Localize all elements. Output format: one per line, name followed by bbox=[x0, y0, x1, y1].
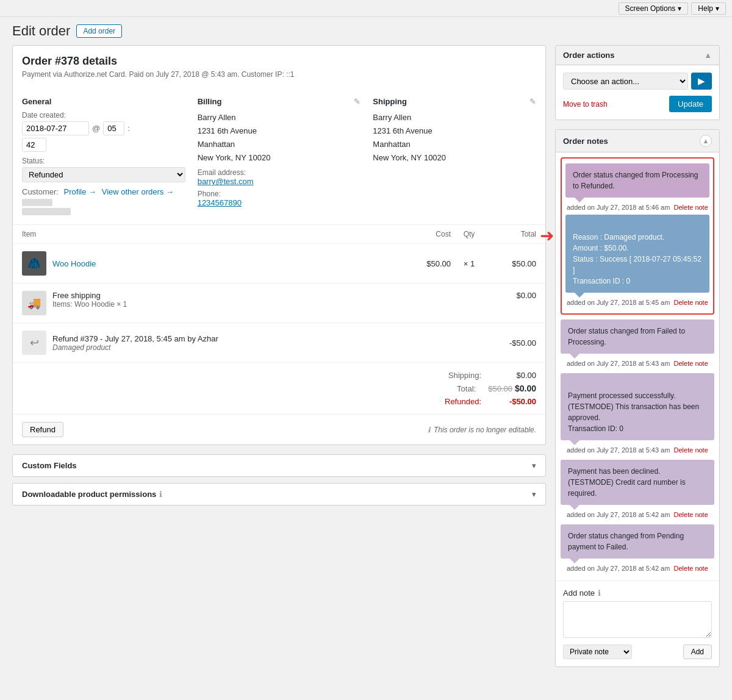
custom-fields-label: Custom Fields bbox=[22, 461, 77, 470]
custom-fields-panel: Custom Fields ▾ bbox=[12, 454, 546, 477]
order-notes-title: Order notes bbox=[563, 137, 608, 146]
order-notes-panel: Order notes ▲ ➜ Order status changed fro… bbox=[555, 129, 720, 667]
item-name-link[interactable]: Woo Hoodie bbox=[52, 259, 96, 268]
add-note-textarea[interactable] bbox=[563, 601, 712, 638]
status-select[interactable]: Refunded bbox=[22, 167, 185, 182]
col-item-header: Item bbox=[22, 230, 402, 238]
shipping-total: $0.00 bbox=[487, 291, 536, 300]
refund-amount: -$50.00 bbox=[487, 338, 536, 348]
shipping-total-label: Shipping: bbox=[448, 371, 481, 380]
note-2-meta: added on July 27, 2018 at 5:45 am bbox=[567, 299, 670, 306]
help-label: Help bbox=[698, 4, 713, 13]
note-6-text: Order status changed from Pending paymen… bbox=[568, 532, 684, 551]
screen-options-button[interactable]: Screen Options ▾ bbox=[619, 2, 689, 15]
hour-input[interactable] bbox=[103, 121, 124, 135]
shipping-edit-icon[interactable]: ✎ bbox=[529, 97, 536, 106]
note-3-text: Order status changed from Failed to Proc… bbox=[568, 327, 685, 346]
refund-button[interactable]: Refund bbox=[22, 422, 63, 437]
note-2-text: Reason : Damaged product. Amount : $50.0… bbox=[573, 233, 702, 285]
add-note-section: Add note ℹ Private note Customer note Ad… bbox=[556, 580, 719, 666]
page-title: Edit order bbox=[12, 23, 70, 39]
profile-link[interactable]: Profile bbox=[64, 187, 87, 196]
billing-address: Barry Allen 1231 6th Avenue Manhattan Ne… bbox=[198, 111, 361, 165]
move-to-trash-link[interactable]: Move to trash bbox=[563, 100, 608, 109]
total-value: $50.00$0.00 bbox=[488, 384, 536, 393]
note-5-delete[interactable]: Delete note bbox=[674, 511, 708, 518]
total-actual: $0.00 bbox=[515, 384, 536, 393]
order-actions-header: Order actions ▲ bbox=[556, 46, 719, 65]
item-thumbnail: 🧥 bbox=[22, 251, 46, 276]
order-notes-toggle[interactable]: ▲ bbox=[700, 135, 712, 147]
item-cost: $50.00 bbox=[402, 259, 451, 268]
not-editable-notice: ℹ This order is no longer editable. bbox=[428, 426, 536, 434]
note-1-delete[interactable]: Delete note bbox=[674, 204, 708, 211]
help-button[interactable]: Help ▾ bbox=[691, 2, 726, 15]
customer-avatar2 bbox=[22, 208, 71, 215]
note-1-meta: added on July 27, 2018 at 5:46 am bbox=[567, 204, 670, 211]
refunded-label: Refunded: bbox=[445, 397, 481, 406]
col-cost-header: Cost bbox=[402, 230, 451, 238]
add-note-label: Add note bbox=[563, 588, 595, 598]
phone-label: Phone: bbox=[198, 190, 361, 198]
order-title: Order #378 details bbox=[22, 55, 536, 68]
help-arrow: ▾ bbox=[716, 4, 719, 13]
note-3: Order status changed from Failed to Proc… bbox=[561, 320, 714, 370]
actions-row: Refund ℹ This order is no longer editabl… bbox=[13, 414, 545, 445]
downloadable-header[interactable]: Downloadable product permissions ℹ ▾ bbox=[13, 484, 545, 505]
note-6-delete[interactable]: Delete note bbox=[674, 565, 708, 572]
update-button[interactable]: Update bbox=[669, 96, 712, 112]
screen-options-label: Screen Options bbox=[625, 4, 676, 13]
custom-fields-header[interactable]: Custom Fields ▾ bbox=[13, 455, 545, 476]
note-1: Order status changed from Processing to … bbox=[565, 163, 709, 215]
billing-section: Billing ✎ Barry Allen 1231 6th Avenue Ma… bbox=[198, 97, 361, 215]
at-symbol: @ bbox=[92, 124, 100, 133]
date-input[interactable] bbox=[22, 121, 89, 135]
refunded-value: -$50.00 bbox=[493, 397, 536, 406]
billing-email-link[interactable]: barry@test.com bbox=[198, 177, 254, 186]
screen-options-arrow: ▾ bbox=[678, 4, 681, 13]
item-qty: × 1 bbox=[451, 259, 487, 268]
order-items-table: Item Cost Qty Total 🧥 Woo Hoodie $50.00 … bbox=[13, 225, 545, 445]
downloadable-label: Downloadable product permissions bbox=[22, 490, 156, 499]
note-4-delete[interactable]: Delete note bbox=[674, 446, 708, 454]
order-details-card: Order #378 details Payment via Authorize… bbox=[12, 45, 546, 445]
shipping-method-label: Free shipping bbox=[52, 291, 127, 300]
shipping-label: Shipping bbox=[373, 97, 407, 106]
add-note-button[interactable]: Add bbox=[683, 645, 712, 659]
billing-phone-link[interactable]: 1234567890 bbox=[198, 198, 242, 207]
note-3-delete[interactable]: Delete note bbox=[674, 360, 708, 367]
refund-icon: ↩ bbox=[22, 330, 46, 355]
table-row: 🧥 Woo Hoodie $50.00 × 1 $50.00 bbox=[13, 244, 545, 284]
add-note-info-icon: ℹ bbox=[598, 588, 601, 598]
profile-arrow: → bbox=[88, 187, 96, 196]
customer-label: Customer: bbox=[22, 187, 59, 196]
order-actions-title: Order actions bbox=[563, 51, 615, 60]
order-actions-toggle[interactable]: ▲ bbox=[704, 51, 712, 60]
note-4-meta: added on July 27, 2018 at 5:43 am bbox=[567, 446, 670, 454]
shipping-total-value: $0.00 bbox=[493, 371, 536, 380]
orders-arrow: → bbox=[166, 187, 174, 196]
col-total-header: Total bbox=[487, 230, 536, 238]
action-select[interactable]: Choose an action... bbox=[563, 73, 688, 90]
order-actions-body: Choose an action... ▶ Move to trash Upda… bbox=[556, 65, 719, 120]
shipping-row: 🚚 Free shipping Items: Woo Hoodie × 1 $0… bbox=[13, 284, 545, 323]
downloadable-panel: Downloadable product permissions ℹ ▾ bbox=[12, 483, 546, 505]
downloadable-info-icon: ℹ bbox=[159, 490, 162, 499]
minute-input[interactable] bbox=[22, 138, 46, 152]
view-other-orders-link[interactable]: View other orders bbox=[102, 187, 164, 196]
note-3-meta: added on July 27, 2018 at 5:43 am bbox=[567, 360, 670, 367]
note-type-select[interactable]: Private note Customer note bbox=[563, 645, 632, 659]
note-5-text: Payment has been declined. (TESTMODE) Cr… bbox=[568, 467, 686, 498]
order-notes-header: Order notes ▲ bbox=[556, 130, 719, 152]
general-section: General Date created: @ : Status: bbox=[22, 97, 185, 215]
billing-edit-icon[interactable]: ✎ bbox=[354, 97, 361, 106]
date-label: Date created: bbox=[22, 111, 185, 120]
order-subtitle: Payment via Authorize.net Card. Paid on … bbox=[22, 70, 536, 79]
action-go-button[interactable]: ▶ bbox=[691, 73, 712, 90]
total-strikethrough: $50.00 bbox=[488, 384, 512, 393]
note-2-delete[interactable]: Delete note bbox=[674, 299, 708, 306]
billing-label: Billing bbox=[198, 97, 222, 106]
add-order-button[interactable]: Add order bbox=[76, 24, 122, 38]
shipping-address: Barry Allen 1231 6th Avenue Manhattan Ne… bbox=[373, 111, 536, 165]
customer-avatar bbox=[22, 199, 52, 206]
